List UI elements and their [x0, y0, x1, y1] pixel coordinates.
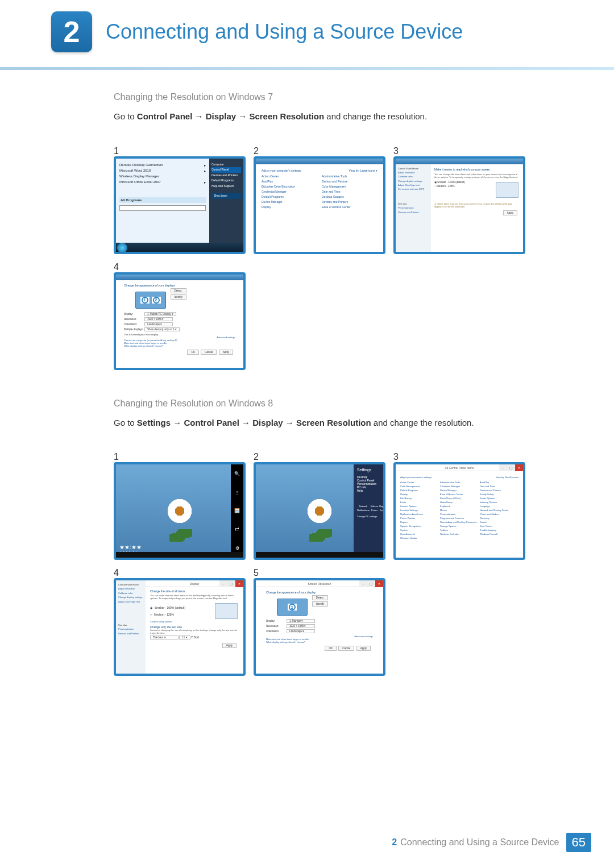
start-place[interactable]: Help and Support [211, 184, 241, 189]
start-item[interactable]: Microsoft Office Excel 2007 [119, 179, 206, 185]
maximize-icon[interactable]: ▢ [507, 464, 515, 471]
window-titlebar[interactable]: Screen Resolution –▢× [256, 580, 383, 587]
close-icon[interactable]: × [375, 580, 383, 587]
custom-sizing-link[interactable]: Custom sizing options [150, 620, 239, 623]
cp-item[interactable]: System [400, 529, 439, 531]
taskbar[interactable] [116, 243, 243, 252]
cp-item[interactable]: BitLocker Drive Encryption [262, 185, 317, 188]
cp-item[interactable]: Action Center [400, 481, 439, 484]
cp-item[interactable]: File History [400, 497, 439, 500]
cp-item[interactable]: Power Options [400, 517, 439, 520]
start-place[interactable]: Devices and Printers [211, 173, 241, 178]
cp-item[interactable]: Devices and Printers [322, 200, 377, 203]
cp-item[interactable]: Windows Firewall [480, 533, 518, 535]
text-item-dropdown[interactable]: Title bars ▾ [150, 636, 179, 639]
cp-item[interactable]: Family Safety [480, 493, 518, 496]
settings-charm-icon[interactable]: ⚙ [235, 546, 239, 551]
cp-item[interactable]: Storage Spaces [440, 525, 479, 528]
start-item[interactable]: Wireless Display Manager [119, 173, 206, 179]
settings-link[interactable]: Help [357, 489, 380, 492]
keyboard-icon[interactable]: Keyboard [379, 509, 385, 512]
cp-item[interactable]: Devices and Printers [480, 489, 518, 492]
side-item[interactable]: Set custom text size (DPI) [398, 188, 429, 190]
cp-item[interactable]: Location Settings [400, 509, 439, 512]
cp-item[interactable]: Date and Time [480, 485, 518, 488]
change-pc-settings-link[interactable]: Change PC settings [357, 515, 380, 518]
apply-button[interactable]: Apply [503, 210, 517, 215]
cp-item[interactable]: Backup and Restore [322, 180, 377, 183]
side-item[interactable]: Adjust ClearType text [398, 184, 429, 186]
see-also-item[interactable]: Personalization [398, 207, 429, 209]
share-charm-icon[interactable]: ⋮ [235, 490, 239, 495]
window-titlebar[interactable]: Display –▢× [146, 580, 243, 587]
size-option[interactable]: ◉ Smaller - 100% (default) [434, 181, 491, 184]
ok-button[interactable]: OK [187, 350, 199, 355]
size-option[interactable]: ○ Medium - 125% [150, 613, 210, 616]
cp-item[interactable]: Ease of Access Center [440, 493, 479, 496]
detect-button[interactable]: Detect [171, 288, 187, 293]
cp-item[interactable]: Default Programs [400, 489, 439, 492]
apply-button[interactable]: Apply [222, 643, 237, 648]
display-dropdown[interactable]: 1. Monitor ▾ [287, 619, 315, 623]
volume-icon[interactable]: Volume [371, 505, 378, 508]
start-orb-icon[interactable] [117, 243, 127, 253]
display-preview[interactable]: 1 [277, 599, 308, 616]
resolution-dropdown[interactable]: 1920 × 1080 ▾ [287, 624, 315, 628]
minimize-icon[interactable]: – [359, 580, 367, 587]
detect-button[interactable]: Detect [312, 595, 329, 600]
window-titlebar[interactable] [116, 275, 243, 280]
cp-item[interactable]: Region [400, 521, 439, 524]
display-dropdown[interactable]: 1. Mobile PC Display ▾ [144, 312, 176, 316]
brightness-icon[interactable]: Brightness [379, 505, 385, 508]
notifications-icon[interactable]: Notifications [357, 509, 370, 512]
cp-item[interactable]: Administrative Tools [440, 481, 479, 484]
ok-button[interactable]: OK [325, 646, 337, 651]
size-option[interactable]: ○ Medium - 125% [434, 185, 491, 188]
side-item[interactable]: Calibrate color [118, 592, 143, 595]
multi-display-dropdown[interactable]: Show desktop only on 1 ▾ [144, 327, 180, 331]
cp-item[interactable]: Credential Manager [440, 485, 479, 488]
side-item[interactable]: Adjust ClearType text [118, 601, 143, 603]
maximize-icon[interactable]: ▢ [227, 580, 235, 587]
close-icon[interactable]: × [235, 580, 243, 587]
cp-item[interactable]: Device Manager [262, 200, 317, 203]
devices-charm-icon[interactable]: ⮂ [235, 527, 239, 532]
cp-item[interactable]: Phone and Modem [480, 513, 518, 516]
start-item[interactable]: Microsoft Word 2010 [119, 168, 206, 173]
cp-item[interactable]: Action Center [262, 175, 317, 178]
side-item[interactable]: Change display settings [398, 180, 429, 182]
cp-item[interactable]: Credential Manager [262, 190, 317, 193]
cp-item[interactable]: Date and Time [322, 190, 377, 193]
apply-button[interactable]: Apply [356, 646, 371, 651]
cp-item[interactable]: AutoPlay [480, 481, 518, 484]
window-titlebar[interactable] [256, 159, 383, 164]
cancel-button[interactable]: Cancel [201, 350, 217, 355]
cp-item[interactable]: Keyboard [440, 505, 479, 508]
cp-item[interactable]: Notification Area Icons [400, 513, 439, 516]
cp-item[interactable]: Color Management [322, 185, 377, 188]
cp-item[interactable]: Language [480, 505, 518, 508]
window-titlebar[interactable]: All Control Panel Items –▢× [396, 464, 523, 471]
cp-item[interactable]: Folder Options [480, 497, 518, 500]
maximize-icon[interactable]: ▢ [367, 580, 375, 587]
bold-checkbox[interactable]: ☐ Bold [191, 636, 199, 639]
all-programs[interactable]: All Programs [119, 197, 206, 203]
start-place[interactable]: Computer [211, 162, 241, 168]
text-size-dropdown[interactable]: 11 ▾ [179, 636, 190, 639]
cp-item[interactable]: Color Management [400, 485, 439, 488]
see-also-item[interactable]: Devices and Printers [118, 633, 143, 635]
cp-item[interactable]: Ease of Access Center [322, 205, 377, 209]
size-option[interactable]: ◉ Smaller - 100% (default) [150, 606, 210, 609]
shutdown-button[interactable]: Shut down [211, 193, 241, 199]
identify-button[interactable]: Identify [171, 294, 187, 300]
cp-item[interactable]: Personalization [440, 513, 479, 516]
cp-item[interactable]: Fonts [400, 501, 439, 504]
power-icon[interactable]: Power [371, 509, 378, 512]
cp-item[interactable]: Mouse [440, 509, 479, 512]
cp-item[interactable]: AutoPlay [262, 180, 317, 183]
cp-item[interactable]: Windows Update [400, 537, 439, 539]
side-item-adjust-resolution[interactable]: Adjust resolution [398, 172, 429, 174]
cp-item-display[interactable]: Display [262, 205, 317, 209]
cp-item[interactable]: Network and Sharing Center [480, 509, 518, 512]
cp-item[interactable]: User Accounts [400, 533, 439, 535]
